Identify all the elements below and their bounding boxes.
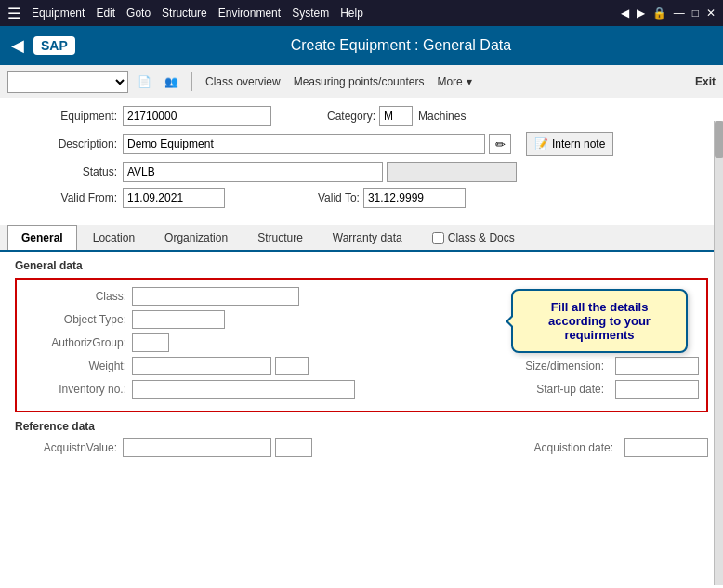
- chevron-down-icon: ▾: [467, 75, 472, 88]
- tabs: General Location Organization Structure …: [0, 225, 723, 252]
- valid-to-input[interactable]: [363, 188, 466, 208]
- people-button[interactable]: 👥: [161, 73, 182, 90]
- authoriz-group-label: AuthorizGroup:: [24, 336, 126, 349]
- minimize-icon[interactable]: —: [674, 7, 685, 20]
- edit-description-button[interactable]: ✏: [489, 134, 511, 154]
- class-overview-label: Class overview: [205, 75, 281, 88]
- class-input[interactable]: [132, 287, 299, 306]
- toolbar-dropdown[interactable]: [7, 71, 128, 93]
- acquistn-value-label: AcquistnValue:: [15, 441, 117, 454]
- people-icon: 👥: [164, 75, 178, 88]
- tab-location[interactable]: Location: [79, 225, 149, 250]
- pencil-icon: ✏: [495, 137, 506, 151]
- valid-from-row: Valid From: Valid To:: [15, 188, 708, 208]
- title-bar: ◀ SAP Create Equipment : General Data: [0, 26, 723, 65]
- weight-label: Weight:: [24, 359, 126, 372]
- startup-date-label: Start-up date:: [502, 383, 604, 396]
- back-button[interactable]: ◀: [11, 35, 24, 56]
- status-row: Status:: [15, 162, 708, 182]
- weight-row: Weight: Size/dimension:: [24, 357, 699, 375]
- weight-unit-input[interactable]: [275, 357, 309, 375]
- form-area: Equipment: Category: Machines Descriptio…: [0, 98, 723, 221]
- toolbar-right: Exit: [695, 75, 716, 88]
- category-input[interactable]: [379, 106, 413, 126]
- measuring-points-button[interactable]: Measuring points/counters: [290, 73, 428, 90]
- acquistion-date-input[interactable]: [624, 438, 708, 457]
- size-dimension-label: Size/dimension:: [502, 359, 604, 372]
- toolbar-separator: [191, 72, 192, 91]
- equipment-label: Equipment:: [15, 110, 117, 123]
- menu-edit[interactable]: Edit: [96, 7, 115, 20]
- sap-logo: SAP: [33, 36, 75, 55]
- status-label: Status:: [15, 165, 117, 178]
- menu-structure[interactable]: Structure: [162, 7, 207, 20]
- acquistion-date-label: Acquistion date:: [511, 441, 613, 454]
- inventory-no-label: Inventory no.:: [24, 383, 126, 396]
- document-view-button[interactable]: 📄: [134, 73, 155, 90]
- callout-tooltip: Fill all the details according to your r…: [511, 289, 688, 353]
- acquistn-currency-input[interactable]: [275, 438, 312, 457]
- intern-note-button[interactable]: 📝 Intern note: [526, 132, 613, 156]
- description-input[interactable]: [123, 134, 485, 154]
- object-type-input[interactable]: [132, 310, 225, 329]
- startup-date-input[interactable]: [615, 380, 699, 399]
- more-button[interactable]: More ▾: [433, 73, 475, 90]
- class-docs-checkbox[interactable]: [432, 232, 444, 244]
- class-label: Class:: [24, 290, 126, 303]
- menu-goto[interactable]: Goto: [126, 7, 151, 20]
- acquistn-value-input[interactable]: [123, 438, 271, 457]
- status-extra-input[interactable]: [387, 162, 517, 182]
- valid-to-label: Valid To:: [318, 191, 360, 204]
- tab-class-docs[interactable]: Class & Docs: [418, 225, 529, 250]
- document-icon: 📄: [138, 75, 151, 88]
- class-overview-button[interactable]: Class overview: [202, 73, 284, 90]
- general-data-title: General data: [15, 259, 708, 272]
- valid-from-input[interactable]: [123, 188, 225, 208]
- scrollbar-thumb[interactable]: [715, 121, 723, 158]
- toolbar: 📄 👥 Class overview Measuring points/coun…: [0, 65, 723, 98]
- tab-warranty-data[interactable]: Warranty data: [319, 225, 416, 250]
- menu-help[interactable]: Help: [340, 7, 363, 20]
- authoriz-group-input[interactable]: [132, 333, 169, 352]
- weight-input[interactable]: [132, 357, 271, 375]
- menu-bar: ☰ Equipment Edit Goto Structure Environm…: [0, 0, 723, 26]
- description-row: Description: ✏ 📝 Intern note: [15, 132, 708, 156]
- category-label: Category:: [327, 110, 375, 123]
- measuring-points-label: Measuring points/counters: [294, 75, 425, 88]
- reference-data-title: Reference data: [15, 420, 708, 433]
- exit-button[interactable]: Exit: [695, 75, 716, 88]
- inventory-no-input[interactable]: [132, 380, 355, 399]
- nav-back-icon[interactable]: ◀: [621, 7, 629, 20]
- class-docs-label: Class & Docs: [448, 231, 515, 244]
- scrollbar-track: [714, 121, 723, 585]
- tab-organization[interactable]: Organization: [151, 225, 242, 250]
- status-input[interactable]: [123, 162, 383, 182]
- main-content: General data Class: Object Type: Authori…: [0, 259, 723, 469]
- lock-icon: 🔒: [652, 7, 666, 20]
- nav-forward-icon[interactable]: ▶: [637, 7, 645, 20]
- inventory-no-row: Inventory no.: Start-up date:: [24, 380, 699, 399]
- note-icon: 📝: [534, 137, 548, 150]
- close-icon[interactable]: ✕: [706, 7, 716, 20]
- general-data-section: Class: Object Type: AuthorizGroup: Weigh…: [15, 278, 708, 412]
- menu-equipment[interactable]: Equipment: [32, 7, 85, 20]
- size-dimension-input[interactable]: [615, 357, 699, 375]
- tab-structure[interactable]: Structure: [243, 225, 317, 250]
- object-type-label: Object Type:: [24, 313, 126, 326]
- menu-system[interactable]: System: [292, 7, 329, 20]
- intern-note-label: Intern note: [552, 137, 605, 150]
- description-label: Description:: [15, 137, 117, 150]
- equipment-row: Equipment: Category: Machines: [15, 106, 708, 126]
- equipment-input[interactable]: [123, 106, 271, 126]
- menu-environment[interactable]: Environment: [218, 7, 281, 20]
- callout-text: Fill all the details according to your r…: [548, 300, 651, 342]
- tab-general[interactable]: General: [7, 225, 77, 250]
- restore-icon[interactable]: □: [692, 7, 699, 20]
- more-label: More: [437, 75, 462, 88]
- machines-label: Machines: [418, 110, 466, 123]
- hamburger-icon[interactable]: ☰: [7, 5, 20, 22]
- page-title: Create Equipment : General Data: [90, 37, 712, 54]
- acquistn-value-row: AcquistnValue: Acquistion date:: [15, 438, 708, 457]
- valid-from-label: Valid From:: [15, 191, 117, 204]
